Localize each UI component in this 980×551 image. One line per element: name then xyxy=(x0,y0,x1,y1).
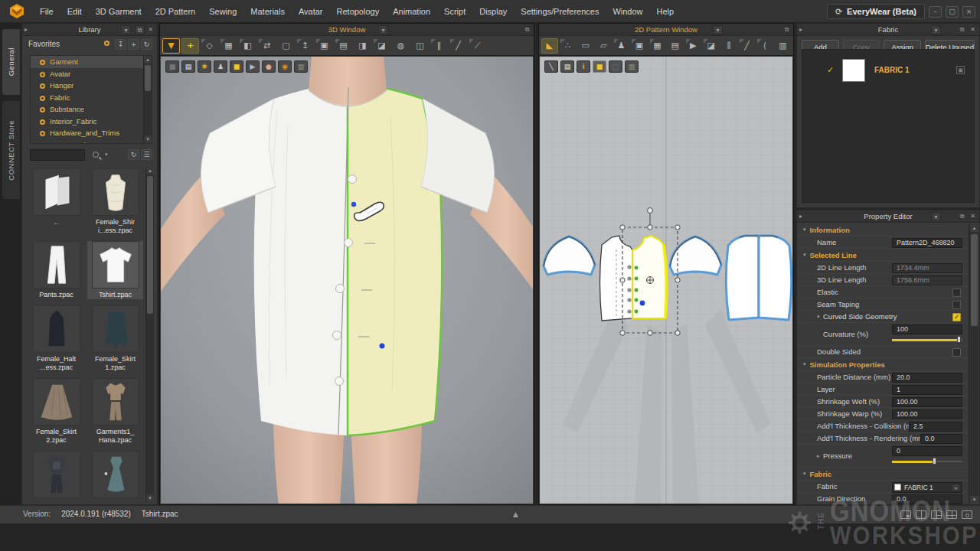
window-menu-caret-icon[interactable]: ▾ xyxy=(713,25,723,34)
layer-input[interactable] xyxy=(892,385,962,395)
layout-two-column-icon[interactable] xyxy=(916,510,926,519)
ruler-2d-icon[interactable]: ▥ xyxy=(625,60,639,73)
sewing-2d-tool-icon[interactable]: ▶ xyxy=(685,38,701,54)
refresh-icon[interactable]: ↻ xyxy=(141,39,152,50)
fabric-item-options-icon[interactable]: ▣ xyxy=(956,66,965,74)
library-category-garment[interactable]: Garment xyxy=(31,56,152,68)
menu-help[interactable]: Help xyxy=(650,0,681,23)
select-move-button[interactable]: + xyxy=(181,38,199,54)
show-garment-dark-icon[interactable]: ▩ xyxy=(165,60,179,73)
show-avatar-tool-icon[interactable]: ↥ xyxy=(296,38,314,54)
transform-pattern-button[interactable]: ◣ xyxy=(541,38,558,54)
favorites-icon[interactable] xyxy=(101,39,113,50)
menu-animation[interactable]: Animation xyxy=(386,0,437,23)
menu-2d-pattern[interactable]: 2D Pattern xyxy=(149,0,203,23)
menu-sewing[interactable]: Sewing xyxy=(202,0,243,23)
seam-tool-icon[interactable]: ╱ xyxy=(739,38,755,54)
texture-2d-tool-icon[interactable]: ▥ xyxy=(775,38,791,54)
avatar-pose-tool-icon[interactable]: ⟋ xyxy=(469,38,486,54)
select-garment-tool-icon[interactable]: ▦ xyxy=(220,38,237,54)
shrinkage-weft-input[interactable] xyxy=(892,397,962,407)
panel-menu-caret-icon[interactable]: ▾ xyxy=(931,25,941,34)
library-category-hanger[interactable]: Hanger xyxy=(31,80,152,92)
shrinkage-warp-input[interactable] xyxy=(892,409,962,419)
library-item-garments3-hana[interactable]: Garments3_ Hana.zpac xyxy=(87,451,143,502)
section-information[interactable]: ▾Information xyxy=(797,223,969,236)
menu-settings-preferences[interactable]: Settings/Preferences xyxy=(514,0,606,23)
trace-avatar-tool-icon[interactable]: ♟ xyxy=(613,38,629,54)
add-folder-icon[interactable]: + xyxy=(128,39,139,50)
search-input[interactable] xyxy=(30,149,85,161)
box-select-tool-icon[interactable]: ▢ xyxy=(277,38,295,54)
statusbar-expand-icon[interactable]: ▲ xyxy=(513,510,518,518)
rectangle-tool-icon[interactable]: ▭ xyxy=(577,38,593,54)
layout-custom-icon[interactable] xyxy=(962,510,972,519)
grid-tool-icon[interactable]: ▤ xyxy=(335,38,352,54)
2d-viewport[interactable]: ╲ ▤ i ■ ▢ ▥ xyxy=(540,57,792,504)
show-fabric-2d-icon[interactable]: ■ xyxy=(593,60,606,73)
double-sided-checkbox[interactable] xyxy=(952,348,961,357)
sewing-tool-icon[interactable]: ◪ xyxy=(373,38,390,54)
library-item-up[interactable]: .. xyxy=(28,168,84,235)
window-menu-caret-icon[interactable]: ▾ xyxy=(378,25,388,34)
library-category-hardware-and-trims[interactable]: Hardware_and_Trims xyxy=(31,127,152,139)
tape-tool-icon[interactable]: ╱ xyxy=(449,38,467,54)
particle-distance-input[interactable] xyxy=(892,373,962,383)
2d-viewport-canvas[interactable] xyxy=(540,57,792,504)
pin-tool-icon[interactable]: ◧ xyxy=(239,38,256,54)
reload-icon[interactable]: ↻ xyxy=(128,149,139,160)
move-pattern-tool-icon[interactable]: ⇄ xyxy=(258,38,276,54)
library-category-avatar[interactable]: Avatar xyxy=(31,68,152,80)
show-fabric-icon[interactable]: ■ xyxy=(230,60,243,73)
texture-tool-icon[interactable]: ◫ xyxy=(411,38,429,54)
library-item-pants[interactable]: Pants.zpac xyxy=(28,241,84,299)
curvature-input[interactable] xyxy=(892,324,962,334)
panel-close-icon[interactable]: ✕ xyxy=(968,25,978,34)
layout-single-icon[interactable] xyxy=(900,510,911,519)
show-avatar-icon[interactable]: ♟ xyxy=(214,60,227,73)
library-item-female-skirt-1[interactable]: Female_Skirt 1.zpac xyxy=(87,305,143,372)
library-item-garments2-hana[interactable]: Garments2_ Hana.zpac xyxy=(28,451,84,502)
retopo-gear-icon[interactable]: ✱ xyxy=(198,60,211,73)
fold-arrangement-tool-icon[interactable]: ▤ xyxy=(667,38,683,54)
zipper-tool-icon[interactable]: ⟨ xyxy=(756,38,773,54)
view-mode-icon[interactable]: ☰ xyxy=(141,149,152,160)
layout-column-row-icon[interactable] xyxy=(931,510,942,519)
window-close-button[interactable]: × xyxy=(962,6,975,18)
pleats-tool-icon[interactable]: ⫼ xyxy=(720,38,737,54)
search-options-caret-icon[interactable]: ▾ xyxy=(105,152,108,158)
thickness-rendering-input[interactable] xyxy=(920,434,962,444)
window-minimize-button[interactable]: – xyxy=(929,6,942,18)
menu-script[interactable]: Script xyxy=(437,0,472,23)
panel-popout-icon[interactable]: ⧉ xyxy=(135,25,145,34)
library-item-tshirt[interactable]: Tshirt.zpac xyxy=(87,241,143,299)
show-pattern-icon[interactable]: ▤ xyxy=(560,60,574,73)
name-input[interactable] xyxy=(892,238,962,248)
3d-viewport-canvas[interactable] xyxy=(161,57,533,504)
lock-icon[interactable]: ▢ xyxy=(609,60,622,73)
fold-tool-icon[interactable]: ◨ xyxy=(354,38,371,54)
panel-close-icon[interactable]: ✕ xyxy=(145,25,155,34)
menu-3d-garment[interactable]: 3D Garment xyxy=(89,0,149,23)
fabric-list-item[interactable]: ✓ FABRIC 1 ▣ xyxy=(802,50,974,88)
window-popout-icon[interactable]: ⧉ xyxy=(522,25,532,34)
grain-direction-input[interactable] xyxy=(892,494,962,504)
library-category-clipped[interactable]: Crops_and_Props xyxy=(31,139,152,145)
menu-avatar[interactable]: Avatar xyxy=(292,0,330,23)
tab-connect-store[interactable]: CONNECT Store xyxy=(2,101,20,199)
files-scrollbar[interactable]: ▴▾ xyxy=(145,167,154,502)
menu-display[interactable]: Display xyxy=(472,0,514,23)
show-globe-icon[interactable]: ◉ xyxy=(278,60,292,73)
show-head-icon[interactable]: ● xyxy=(262,60,276,73)
menu-window[interactable]: Window xyxy=(606,0,649,23)
library-item-garments1-hana[interactable]: Garments1_ Hana.zpac xyxy=(87,378,143,445)
show-garment-icon[interactable]: ▤ xyxy=(181,60,195,73)
curved-side-geometry-checkbox[interactable] xyxy=(952,313,961,321)
grading-tool-icon[interactable]: ▦ xyxy=(649,38,665,54)
pressure-input[interactable] xyxy=(892,446,962,456)
library-category-fabric[interactable]: Fabric xyxy=(31,92,152,104)
pen-icon[interactable]: ╲ xyxy=(544,60,558,73)
info-icon[interactable]: i xyxy=(577,60,590,73)
panel-close-icon[interactable]: ✕ xyxy=(968,212,978,221)
dart-tool-icon[interactable]: ▣ xyxy=(631,38,647,54)
